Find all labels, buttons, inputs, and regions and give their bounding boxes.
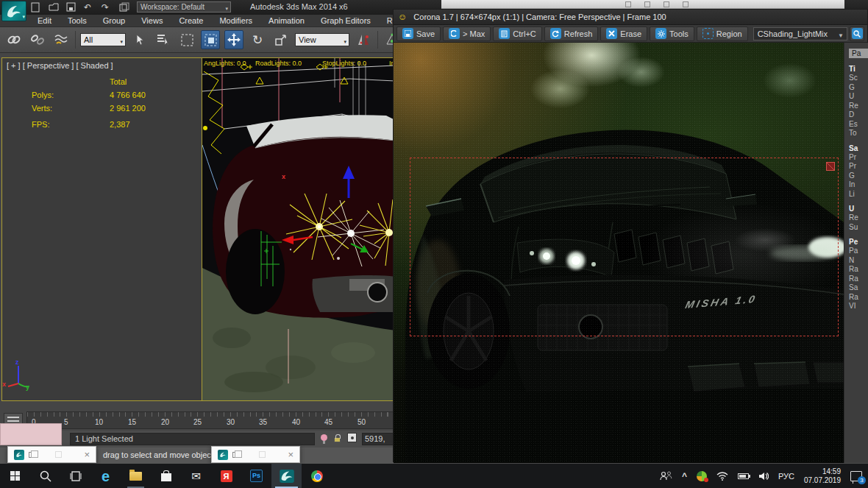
erase-button[interactable]: Erase — [600, 26, 647, 41]
bind-spacewarp-icon[interactable] — [51, 30, 71, 49]
taskbar-mail-button[interactable]: ✉ — [181, 464, 211, 488]
smiley-icon: ☺ — [398, 12, 407, 22]
menu-create[interactable]: Create — [171, 15, 211, 26]
timeline-tick: 50 — [357, 418, 366, 426]
trackbar-tooltip — [0, 423, 62, 445]
menu-edit[interactable]: Edit — [29, 15, 60, 26]
axis-y-label: y — [26, 383, 29, 391]
mirror-icon[interactable] — [354, 30, 373, 49]
taskbar-preview-popup[interactable]: × — [7, 446, 96, 463]
select-and-rotate-button[interactable]: ↻ — [248, 30, 267, 49]
folder-icon — [129, 472, 142, 481]
max-mini-logo-icon — [218, 450, 228, 460]
battery-icon[interactable] — [738, 473, 749, 479]
taskbar-edge-button[interactable]: e — [90, 464, 121, 488]
region-icon — [702, 28, 714, 39]
taskbar-store-button[interactable] — [151, 464, 181, 488]
taskbar-explorer-button[interactable] — [121, 464, 151, 488]
redo-icon[interactable]: ↷ — [102, 2, 113, 12]
3dsmax-icon — [280, 470, 294, 483]
yandex-icon: Я — [221, 470, 232, 482]
new-scene-icon[interactable] — [31, 2, 42, 12]
scene-view[interactable]: AngLights: 0.0 RoadLights: 0.0 StopLight… — [202, 58, 394, 400]
stats-tab[interactable]: Pa — [849, 49, 868, 58]
region-resize-handle[interactable] — [826, 162, 835, 171]
time-slider-ruler[interactable]: 0 5 10 15 20 25 30 35 40 45 50 — [26, 411, 394, 429]
timeline-tick: 45 — [324, 418, 332, 426]
taskbar-preview-popup[interactable]: × — [211, 446, 300, 463]
taskbar-yandex-button[interactable]: Я — [211, 464, 241, 488]
language-indicator[interactable]: РУС — [778, 472, 794, 481]
taskbar-photoshop-button[interactable]: Ps — [241, 464, 271, 488]
selection-lock-icon[interactable] — [334, 437, 341, 442]
menu-graph-editors[interactable]: Graph Editors — [313, 15, 379, 26]
taskbar-search-button[interactable] — [30, 464, 60, 488]
window-crossing-toggle[interactable] — [201, 30, 220, 49]
ghost-square-icon — [55, 451, 62, 458]
select-by-name-icon[interactable] — [154, 30, 173, 49]
windows-logo-icon — [10, 471, 21, 481]
stats-section: U Re Su — [849, 204, 868, 232]
send-to-max-button[interactable]: > Max — [443, 26, 491, 41]
project-folder-icon[interactable] — [119, 2, 130, 12]
prompt-text: drag to select and move objects — [103, 450, 217, 459]
copy-to-clipboard-button[interactable]: Ctrl+C — [493, 26, 541, 41]
save-file-icon[interactable] — [66, 2, 77, 12]
tray-clock[interactable]: 14:59 07.07.2019 — [804, 467, 841, 485]
timeline-tick: 5 — [64, 418, 68, 426]
start-button[interactable] — [0, 464, 30, 488]
stats-section: Sa Pr Pr G In Li — [849, 144, 868, 199]
zoom-button[interactable] — [850, 26, 864, 41]
select-and-scale-button[interactable] — [271, 30, 291, 49]
select-link-icon[interactable] — [4, 30, 24, 49]
menu-animation[interactable]: Animation — [260, 15, 313, 26]
render-region-rect[interactable] — [410, 158, 839, 336]
max-logo-button[interactable]: ▾ — [1, 1, 26, 21]
stats-section: Pe Pa N Ra Ra Sa Ra VI — [849, 237, 868, 311]
menu-views[interactable]: Views — [133, 15, 171, 26]
refresh-button[interactable]: Refresh — [544, 26, 599, 41]
viewport-label[interactable]: [ + ] [ Perspective ] [ Shaded ] — [7, 61, 113, 70]
close-icon[interactable]: × — [84, 449, 90, 460]
tray-expand-chevron[interactable]: ^ — [682, 471, 687, 481]
isolate-light-icon[interactable] — [321, 434, 327, 441]
open-file-icon[interactable] — [49, 2, 60, 12]
taskbar-3dsmax-button[interactable] — [271, 464, 302, 488]
ghost-square-icon — [259, 451, 266, 458]
action-center-icon[interactable]: 3 — [850, 471, 862, 481]
select-object-icon[interactable] — [130, 30, 149, 49]
taskbar-chrome-button[interactable] — [302, 464, 332, 488]
task-view-button[interactable] — [60, 464, 90, 488]
corona-toolbar: Save > Max Ctrl+C Refresh Erase — [394, 25, 867, 43]
select-and-move-button[interactable] — [224, 30, 243, 49]
tray-date: 07.07.2019 — [804, 476, 841, 484]
tools-button[interactable]: Tools — [650, 26, 694, 41]
reference-coordinate-dropdown[interactable]: View ▾ — [295, 33, 349, 46]
corona-vfb-window: ☺ Corona 1.7 | 674×674px (1:1) | Camera:… — [393, 9, 868, 462]
workspace-selector[interactable]: Workspace: Default ▾ — [137, 1, 231, 13]
wifi-icon[interactable] — [716, 472, 728, 481]
absolute-mode-icon[interactable] — [347, 433, 357, 442]
menu-group[interactable]: Group — [95, 15, 134, 26]
antivirus-icon[interactable] — [697, 471, 707, 481]
save-button[interactable]: Save — [396, 26, 441, 41]
gizmo-x-label: x — [282, 173, 285, 180]
x-coordinate-field[interactable]: 5919, — [362, 433, 394, 445]
menu-tools[interactable]: Tools — [60, 15, 95, 26]
region-button[interactable]: Region — [697, 26, 748, 41]
rectangular-selection-icon[interactable] — [177, 30, 196, 49]
menu-modifiers[interactable]: Modifiers — [211, 15, 260, 26]
undo-icon[interactable]: ↶ — [84, 2, 95, 12]
selection-filter-dropdown[interactable]: All ▾ — [80, 33, 126, 46]
people-icon[interactable] — [660, 471, 672, 481]
render-element-dropdown[interactable]: CShading_LightMix ▼ — [753, 27, 847, 40]
windows-taskbar: e ✉ Я Ps ^ — [0, 464, 868, 488]
corona-titlebar[interactable]: ☺ Corona 1.7 | 674×674px (1:1) | Camera:… — [394, 10, 867, 25]
speaker-icon[interactable] — [758, 472, 769, 481]
close-icon[interactable]: × — [288, 449, 294, 460]
unlink-selection-icon[interactable] — [28, 30, 47, 49]
chrome-icon — [311, 470, 323, 482]
corona-title: Corona 1.7 | 674×674px (1:1) | Camera: F… — [413, 13, 666, 21]
gear-icon — [655, 28, 666, 39]
render-image[interactable]: MISHA 1.0 — [394, 43, 844, 463]
